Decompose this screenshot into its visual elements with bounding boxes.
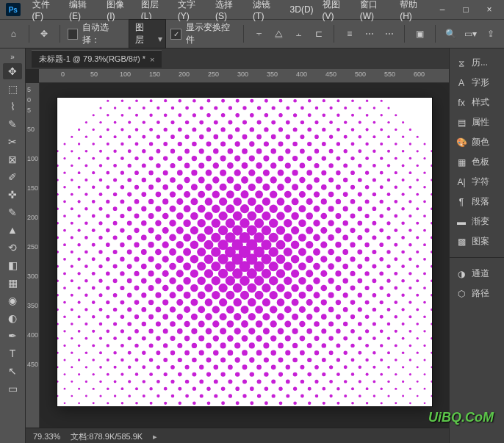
svg-point-610 (409, 402, 411, 404)
menu-file[interactable]: 文件(F) (28, 0, 65, 21)
maximize-button[interactable]: □ (457, 4, 475, 15)
clone-stamp-tool[interactable]: ▲ (3, 222, 22, 238)
svg-point-169 (372, 206, 376, 211)
svg-point-622 (162, 170, 168, 176)
panel-styles[interactable]: fx样式 (450, 93, 504, 112)
panel-color[interactable]: 🎨颜色 (450, 132, 504, 152)
svg-point-114 (364, 171, 368, 175)
svg-point-319 (228, 134, 233, 140)
auto-select-target[interactable]: 图层 (129, 19, 166, 48)
eraser-tool[interactable]: ◧ (3, 257, 22, 273)
document-tab[interactable]: 未标题-1 @ 79.3%(RGB/8#) * × (32, 50, 162, 68)
svg-point-897 (308, 402, 311, 405)
panel-glyphs[interactable]: A字形 (450, 73, 504, 93)
quick-select-tool[interactable]: ✎ (3, 116, 22, 132)
svg-point-654 (395, 402, 397, 404)
menu-window[interactable]: 窗口(W) (356, 0, 395, 21)
svg-point-1000 (234, 372, 239, 376)
distribute-icon[interactable]: ≡ (342, 26, 357, 42)
panel-channels[interactable]: ◑通道 (450, 264, 504, 284)
frame-tool[interactable]: ⊠ (3, 151, 22, 168)
history-brush-tool[interactable]: ⟲ (3, 239, 22, 256)
more-options-icon[interactable]: ⋯ (381, 26, 397, 42)
menu-3d[interactable]: 3D(D) (286, 4, 318, 15)
align-bottom-icon[interactable]: ⫠ (291, 26, 306, 42)
ruler-vertical[interactable]: 5 0 5 50 100 150 200 250 300 350 400 450 (26, 83, 40, 428)
share-icon[interactable]: ⇪ (483, 26, 498, 42)
panel-gradient[interactable]: ▬渐变 (450, 212, 504, 231)
panel-patterns[interactable]: ▩图案 (450, 231, 504, 251)
panel-paragraph[interactable]: ¶段落 (450, 192, 504, 212)
menu-layer[interactable]: 图层(L) (137, 0, 173, 21)
svg-point-146 (408, 228, 411, 231)
close-button[interactable]: × (480, 4, 498, 15)
path-select-tool[interactable]: ↖ (3, 363, 22, 379)
marquee-tool[interactable]: ⬚ (3, 81, 22, 97)
menu-type[interactable]: 文字(Y) (173, 0, 211, 21)
svg-point-411 (298, 234, 306, 242)
move-tool[interactable]: ✥ (3, 63, 22, 79)
ruler-horizontal[interactable]: 0 50 100 150 200 250 300 350 400 450 500… (39, 69, 449, 83)
status-expand-icon[interactable]: ▸ (153, 432, 157, 442)
svg-point-109 (328, 135, 332, 139)
svg-point-131 (300, 120, 303, 124)
align-vcenter-icon[interactable]: ⧋ (271, 26, 287, 42)
panel-properties[interactable]: ▤属性 (450, 112, 504, 132)
menu-help[interactable]: 帮助(H) (395, 0, 433, 21)
svg-point-282 (234, 127, 239, 132)
type-tool[interactable]: T (3, 345, 22, 361)
auto-select-checkbox[interactable] (68, 29, 78, 40)
home-icon[interactable]: ⌂ (6, 26, 21, 42)
panel-paths[interactable]: ⬡路径 (450, 284, 504, 303)
svg-point-721 (232, 268, 242, 278)
right-panel-dock: ⧖历... A字形 fx样式 ▤属性 🎨颜色 ▦色板 A|字符 ¶段落 ▬渐变 … (449, 48, 504, 443)
pen-tool[interactable]: ✒ (3, 328, 22, 344)
svg-point-539 (232, 212, 242, 221)
svg-point-1015 (98, 250, 102, 253)
menu-view[interactable]: 视图(V) (318, 0, 356, 21)
menu-filter[interactable]: 滤镜(T) (248, 0, 286, 21)
toolbar-expand-icon[interactable]: » (3, 51, 22, 62)
zoom-level[interactable]: 79.33% (33, 432, 60, 441)
svg-point-1018 (120, 271, 124, 275)
svg-point-37 (416, 165, 418, 167)
svg-point-304 (394, 287, 397, 290)
minimize-button[interactable]: – (433, 4, 451, 15)
shape-tool[interactable]: ▭ (3, 381, 22, 397)
svg-point-534 (198, 177, 204, 184)
panel-swatches[interactable]: ▦色板 (450, 152, 504, 172)
tab-close-icon[interactable]: × (150, 55, 154, 64)
canvas-viewport[interactable] (40, 83, 449, 428)
menu-image[interactable]: 图像(I) (102, 0, 137, 21)
svg-point-1154 (92, 315, 95, 318)
brush-tool[interactable]: ✎ (3, 204, 22, 220)
3d-mode-icon[interactable]: ▣ (412, 26, 428, 42)
distribute-icon[interactable]: ⋯ (361, 26, 377, 42)
healing-brush-tool[interactable]: ✜ (3, 187, 22, 203)
canvas[interactable] (57, 98, 432, 406)
panel-menu-icon[interactable]: ▭▾ (463, 26, 478, 42)
blur-tool[interactable]: ◉ (3, 292, 22, 309)
svg-point-1219 (128, 395, 131, 397)
panel-character[interactable]: A|字符 (450, 172, 504, 192)
align-left-icon[interactable]: ⊏ (311, 26, 326, 42)
lasso-tool[interactable]: ⌇ (3, 98, 22, 115)
svg-point-353 (185, 107, 189, 110)
show-transform-checkbox[interactable] (170, 29, 181, 40)
panel-history[interactable]: ⧖历... (450, 53, 504, 73)
svg-point-1089 (184, 365, 189, 370)
svg-point-205 (416, 265, 419, 268)
svg-point-1215 (99, 366, 102, 369)
svg-point-454 (290, 240, 299, 249)
svg-point-254 (292, 170, 298, 176)
crop-tool[interactable]: ✂ (3, 134, 22, 150)
eyedropper-tool[interactable]: ✐ (3, 169, 22, 185)
align-top-icon[interactable]: ⫟ (251, 26, 267, 42)
move-tool-icon[interactable]: ✥ (37, 26, 52, 42)
menu-edit[interactable]: 编辑(E) (65, 0, 102, 21)
dodge-tool[interactable]: ◐ (3, 310, 22, 326)
svg-point-577 (170, 163, 175, 168)
search-icon[interactable]: 🔍 (443, 26, 458, 42)
menu-select[interactable]: 选择(S) (211, 0, 248, 21)
gradient-tool[interactable]: ▦ (3, 275, 22, 291)
